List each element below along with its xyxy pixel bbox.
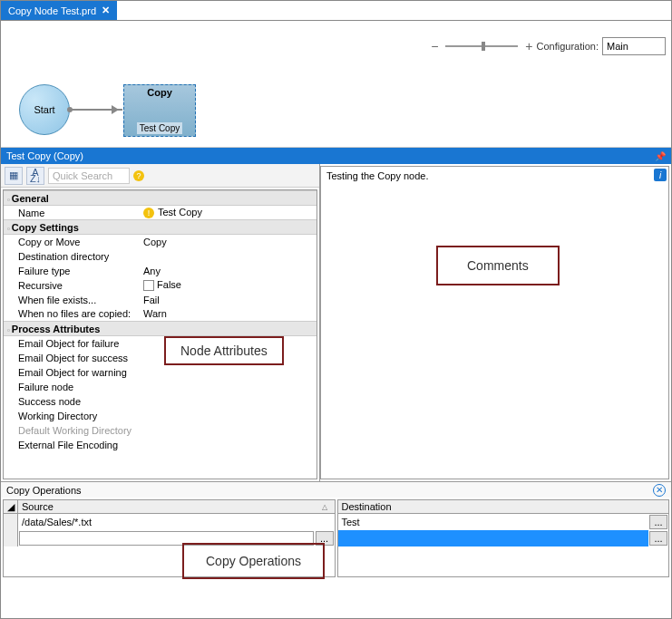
copy-operations-grid: ◢ Source △ /data/Sales/*.txt ... Destina… [1, 498, 671, 579]
prop-recursive-label: Recursive [4, 278, 140, 293]
prop-failure-node-label: Failure node [4, 380, 140, 394]
prop-email-success-label: Email Object for success [4, 351, 140, 365]
prop-email-warning-label: Email Object for warning [4, 365, 140, 380]
prop-when-exists-value[interactable]: Fail [140, 293, 317, 307]
properties-panel-title: Test Copy (Copy) 📌 [1, 148, 671, 164]
section-process-attributes[interactable]: Process Attributes [4, 322, 317, 336]
pin-icon[interactable]: 📌 [655, 151, 666, 161]
prop-name-label: Name [4, 206, 140, 220]
start-node[interactable]: Start [19, 84, 70, 135]
destination-header[interactable]: Destination [338, 500, 669, 513]
comments-text[interactable]: Testing the Copy node. [321, 167, 668, 185]
copy-node[interactable]: Copy Test Copy [123, 84, 196, 137]
close-ops-icon[interactable]: ✕ [653, 484, 666, 497]
copy-node-title: Copy [147, 87, 172, 98]
required-icon: ! [143, 208, 154, 218]
destination-row-1[interactable]: Test ... [338, 514, 669, 530]
copy-operations-title: Copy Operations [6, 485, 82, 496]
source-header[interactable]: Source △ [18, 500, 335, 513]
destination-column: Destination Test ... ... [337, 499, 670, 577]
prop-working-dir-label: Working Directory [4, 409, 140, 423]
prop-default-working-dir-label: Default Working Directory [4, 423, 140, 438]
prop-failure-type-label: Failure type [4, 264, 140, 278]
node-connector-arrow [70, 109, 122, 111]
zoom-out-icon[interactable]: − [431, 39, 438, 53]
sort-asc-icon: △ [322, 503, 327, 511]
info-icon[interactable]: i [654, 169, 667, 181]
tab-title: Copy Node Test.prd [8, 5, 96, 16]
source-corner-icon[interactable]: ◢ [4, 500, 18, 513]
prop-ext-encoding-value[interactable] [140, 438, 317, 452]
config-label: Configuration: [537, 41, 599, 52]
zoom-in-icon[interactable]: + [525, 39, 532, 53]
prop-when-exists-label: When file exists... [4, 293, 140, 307]
prop-failure-type-value[interactable]: Any [140, 264, 317, 278]
prop-copy-move-label: Copy or Move [4, 235, 140, 249]
source-column: ◢ Source △ /data/Sales/*.txt ... [3, 499, 336, 577]
prop-no-files-value[interactable]: Warn [140, 307, 317, 322]
prop-email-warning-value[interactable] [140, 365, 317, 380]
copy-node-subtitle: Test Copy [137, 122, 182, 134]
file-tab[interactable]: Copy Node Test.prd ✕ [1, 1, 118, 20]
prop-email-success-value[interactable] [140, 351, 317, 365]
source-browse-button[interactable]: ... [316, 531, 334, 546]
property-search-input[interactable] [48, 168, 130, 184]
source-row-blank[interactable]: ... [4, 530, 335, 546]
categorize-button[interactable]: ▦ [5, 167, 23, 185]
zoom-slider[interactable] [445, 45, 518, 47]
config-input[interactable] [602, 37, 666, 55]
recursive-checkbox[interactable] [143, 280, 154, 291]
tab-close-icon[interactable]: ✕ [102, 5, 110, 16]
config-row: − + Configuration: [431, 37, 666, 55]
prop-working-dir-value[interactable] [140, 409, 317, 423]
properties-toolbar: ▦ AZ↓ ? [1, 164, 319, 188]
destination-browse-button-2[interactable]: ... [649, 531, 667, 546]
prop-copy-move-value[interactable]: Copy [140, 235, 317, 249]
start-node-label: Start [34, 104, 54, 115]
source-cell-1[interactable]: /data/Sales/*.txt [18, 514, 335, 530]
prop-email-failure-label: Email Object for failure [4, 336, 140, 351]
prop-recursive-value[interactable]: False [140, 278, 317, 293]
process-canvas[interactable]: − + Configuration: Start Copy Test Copy [1, 21, 671, 148]
prop-dest-dir-label: Destination directory [4, 249, 140, 264]
prop-failure-node-value[interactable] [140, 380, 317, 394]
prop-success-node-label: Success node [4, 394, 140, 409]
property-grid[interactable]: General Name!Test Copy Copy Settings Cop… [3, 189, 317, 479]
source-cell-blank[interactable] [19, 531, 314, 546]
copy-operations-title-bar: Copy Operations ✕ [1, 481, 671, 498]
section-copy-settings[interactable]: Copy Settings [4, 220, 317, 235]
destination-cell-1[interactable]: Test [338, 514, 649, 530]
prop-ext-encoding-label: External File Encoding [4, 438, 140, 452]
prop-default-working-dir-value [140, 423, 317, 438]
section-general[interactable]: General [4, 191, 317, 206]
prop-email-failure-value[interactable] [140, 336, 317, 351]
destination-browse-button-1[interactable]: ... [649, 515, 667, 529]
comments-pane[interactable]: i Testing the Copy node. [320, 166, 669, 479]
sort-button[interactable]: AZ↓ [26, 167, 44, 185]
help-icon[interactable]: ? [133, 170, 144, 181]
prop-name-value[interactable]: !Test Copy [140, 206, 317, 220]
panel-title-text: Test Copy (Copy) [6, 150, 83, 161]
source-row-1[interactable]: /data/Sales/*.txt [4, 514, 335, 530]
properties-pane: ▦ AZ↓ ? General Name!Test Copy Copy Sett… [1, 164, 320, 481]
prop-success-node-value[interactable] [140, 394, 317, 409]
prop-no-files-label: When no files are copied: [4, 307, 140, 322]
prop-dest-dir-value[interactable] [140, 249, 317, 264]
destination-cell-blank[interactable] [338, 530, 649, 546]
destination-row-blank[interactable]: ... [338, 530, 669, 546]
